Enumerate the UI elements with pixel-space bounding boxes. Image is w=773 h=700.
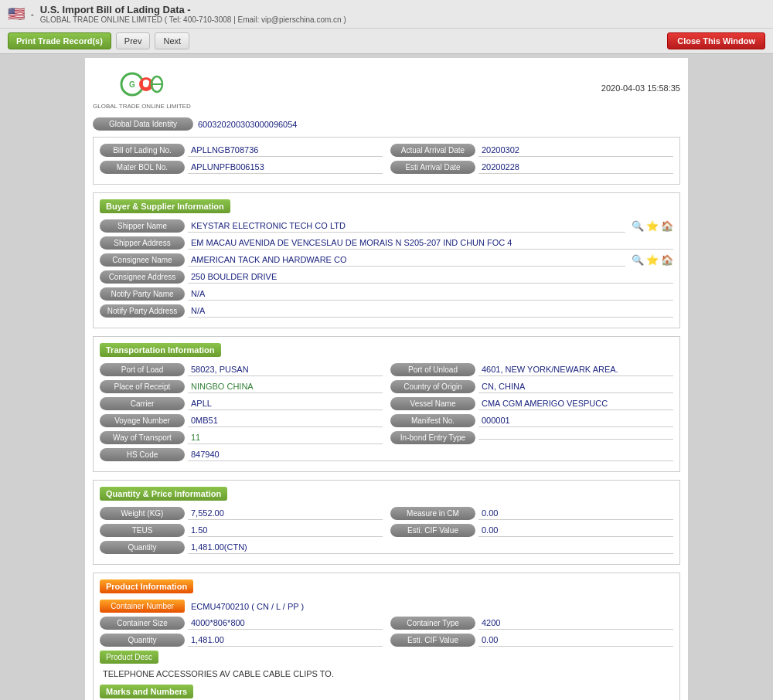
transportation-row1: Port of Load 58023, PUSAN Port of Unload… (100, 363, 673, 380)
transport-left4: Voyage Number 0MB51 (100, 414, 383, 431)
transport-right1: Port of Unload 4601, NEW YORK/NEWARK ARE… (390, 363, 673, 380)
product-section: Product Information Container Number ECM… (93, 573, 680, 700)
consignee-address-row: Consignee Address 250 BOULDER DRIVE (100, 270, 673, 284)
search-icon[interactable]: 🔍 (632, 220, 644, 232)
product-right1: Container Type 4200 (390, 617, 673, 634)
transport-right4: Manifest No. 000001 (390, 414, 673, 431)
hs-code-value: 847940 (188, 448, 673, 461)
notify-party-address-value: N/A (188, 304, 673, 318)
transport-left5: Way of Transport 11 (100, 431, 383, 448)
notify-party-address-label: Notify Party Address (100, 304, 185, 318)
consignee-address-label: Consignee Address (100, 270, 185, 284)
product-desc-area: Product Desc TELEPHONE ACCESSORIES AV CA… (100, 651, 673, 680)
home-icon-2[interactable]: 🏠 (661, 254, 673, 266)
qty-left1: Weight (KG) 7,552.00 (100, 507, 383, 524)
container-size-row: Container Size 4000*806*800 (100, 617, 383, 630)
timestamp: 2020-04-03 15:58:35 (601, 83, 680, 93)
country-of-origin-value: CN, CHINA (478, 380, 673, 393)
weight-label: Weight (KG) (100, 507, 185, 520)
inbond-entry-label: In-bond Entry Type (390, 431, 475, 444)
global-data-identity-label: Global Data Identity (93, 117, 193, 131)
product-left1: Container Size 4000*806*800 (100, 617, 383, 634)
country-of-origin-row: Country of Origin CN, CHINA (390, 380, 673, 393)
carrier-label: Carrier (100, 397, 185, 410)
port-of-load-value: 58023, PUSAN (188, 363, 383, 376)
search-icon-2[interactable]: 🔍 (632, 254, 644, 266)
qty-row2: TEUS 1.50 Esti. CIF Value 0.00 (100, 524, 673, 541)
star-icon-2[interactable]: ⭐ (646, 254, 659, 266)
teus-value: 1.50 (188, 524, 383, 537)
home-icon[interactable]: 🏠 (661, 220, 673, 232)
next-button[interactable]: Next (155, 32, 189, 49)
container-size-value: 4000*806*800 (188, 617, 383, 630)
shipper-name-value: KEYSTAR ELECTRONIC TECH CO LTD (188, 219, 625, 233)
container-type-label: Container Type (390, 617, 475, 630)
container-number-value: ECMU4700210 ( CN / L / PP ) (188, 600, 673, 613)
qty-row1: Weight (KG) 7,552.00 Measure in CM 0.00 (100, 507, 673, 524)
actual-arrival-value: 20200302 (478, 144, 673, 157)
mater-bol-row: Mater BOL No. APLUNPFB006153 (100, 161, 383, 174)
weight-row: Weight (KG) 7,552.00 (100, 507, 383, 520)
vessel-name-label: Vessel Name (390, 397, 475, 410)
bill-col-left: Bill of Lading No. APLLNGB708736 Mater B… (100, 144, 383, 178)
quantity-row: Quantity 1,481.00(CTN) (100, 541, 673, 554)
consignee-name-label: Consignee Name (100, 253, 185, 267)
notify-party-name-label: Notify Party Name (100, 287, 185, 301)
transportation-row4: Voyage Number 0MB51 Manifest No. 000001 (100, 414, 673, 431)
weight-value: 7,552.00 (188, 507, 383, 520)
transportation-section: Transportation Information Port of Load … (93, 336, 680, 472)
product-right2: Esti. CIF Value 0.00 (390, 634, 673, 651)
esti-arrival-row: Esti Arrival Date 20200228 (390, 161, 673, 174)
port-of-unload-label: Port of Unload (390, 363, 475, 376)
site-subtitle: GLOBAL TRADE ONLINE LIMITED ( Tel: 400-7… (40, 15, 346, 24)
product-title: Product Information (100, 579, 193, 593)
close-button[interactable]: Close This Window (667, 32, 765, 49)
product-row1: Container Size 4000*806*800 Container Ty… (100, 617, 673, 634)
print-button[interactable]: Print Trade Record(s) (8, 32, 111, 49)
mater-bol-value: APLUNPFB006153 (188, 161, 383, 174)
notify-party-name-row: Notify Party Name N/A (100, 287, 673, 301)
top-bar: 🇺🇸 - U.S. Import Bill of Lading Data - G… (0, 0, 773, 29)
global-data-identity-value: 600320200303000096054 (193, 118, 301, 131)
main-content: G GLOBAL TRADE ONLINE LIMITED 2020-04-03… (85, 58, 688, 700)
mater-bol-label: Mater BOL No. (100, 161, 185, 174)
place-of-receipt-value: NINGBO CHINA (188, 380, 383, 393)
product-desc-label: Product Desc (100, 651, 158, 664)
dash-separator: - (31, 9, 34, 19)
esti-cif-row: Esti. CIF Value 0.00 (390, 524, 673, 537)
hs-code-label: HS Code (100, 448, 185, 461)
bill-of-lading-value: APLLNGB708736 (188, 144, 383, 157)
transportation-row3: Carrier APLL Vessel Name CMA CGM AMERIGO… (100, 397, 673, 414)
marks-label: Marks and Numbers (100, 685, 193, 698)
shipper-icons: 🔍 ⭐ 🏠 (632, 220, 673, 232)
consignee-address-value: 250 BOULDER DRIVE (188, 270, 673, 284)
bill-info-cols: Bill of Lading No. APLLNGB708736 Mater B… (100, 144, 673, 178)
inbond-entry-row: In-bond Entry Type (390, 431, 673, 444)
teus-row: TEUS 1.50 (100, 524, 383, 537)
transport-left2: Place of Receipt NINGBO CHINA (100, 380, 383, 397)
way-of-transport-value: 11 (188, 431, 383, 444)
transportation-row2: Place of Receipt NINGBO CHINA Country of… (100, 380, 673, 397)
notify-party-address-row: Notify Party Address N/A (100, 304, 673, 318)
vessel-name-value: CMA CGM AMERIGO VESPUCC (478, 397, 673, 410)
star-icon[interactable]: ⭐ (646, 220, 659, 232)
prev-button[interactable]: Prev (116, 32, 151, 49)
quantity-price-title: Quantity & Price Information (100, 487, 227, 501)
shipper-address-label: Shipper Address (100, 236, 185, 250)
bill-of-lading-row: Bill of Lading No. APLLNGB708736 (100, 144, 383, 157)
buyer-supplier-section: Buyer & Supplier Information Shipper Nam… (93, 192, 680, 328)
quantity-value: 1,481.00(CTN) (188, 541, 673, 554)
consignee-name-value: AMERICAN TACK AND HARDWARE CO (188, 253, 625, 267)
voyage-number-value: 0MB51 (188, 414, 383, 427)
product-left2: Quantity 1,481.00 (100, 634, 383, 651)
hs-code-row: HS Code 847940 (100, 448, 673, 461)
actual-arrival-row: Actual Arrival Date 20200302 (390, 144, 673, 157)
container-type-value: 4200 (478, 617, 673, 630)
measure-cm-row: Measure in CM 0.00 (390, 507, 673, 520)
carrier-value: APLL (188, 397, 383, 410)
manifest-no-row: Manifest No. 000001 (390, 414, 673, 427)
product-row2: Quantity 1,481.00 Esti. CIF Value 0.00 (100, 634, 673, 651)
transport-left3: Carrier APLL (100, 397, 383, 414)
transportation-row5: Way of Transport 11 In-bond Entry Type (100, 431, 673, 448)
consignee-icons: 🔍 ⭐ 🏠 (632, 254, 673, 266)
